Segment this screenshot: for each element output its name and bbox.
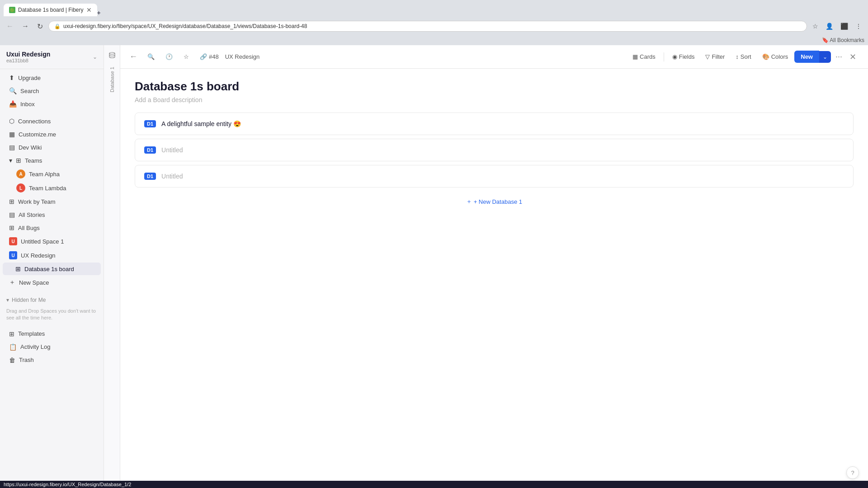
help-button[interactable]: ?: [846, 466, 859, 479]
back-button[interactable]: ←: [129, 52, 137, 61]
cards-button[interactable]: ▦ Cards: [628, 51, 660, 62]
board-row-title: A delightful sample entity 😍: [161, 120, 241, 127]
sidebar-item-teams[interactable]: ▾ ⊞ Teams: [3, 154, 101, 167]
board-badge: D1: [144, 120, 156, 127]
bookmark-star-button[interactable]: ☆: [810, 21, 821, 32]
breadcrumb: UX Redesign: [225, 53, 260, 60]
search-label: Search: [20, 88, 39, 94]
search-toolbar-icon: 🔍: [147, 53, 155, 60]
sidebar-item-inbox[interactable]: 📥 Inbox: [3, 98, 101, 110]
forward-button[interactable]: →: [19, 20, 32, 32]
content-area: ← 🔍 🕐 ☆ 🔗 #48 UX: [120, 45, 868, 481]
breadcrumb-space[interactable]: UX Redesign: [225, 53, 260, 60]
page-description[interactable]: Add a Board description: [135, 96, 854, 103]
team-lambda-avatar: L: [16, 183, 25, 192]
sidebar-item-connections[interactable]: ⬡ Connections: [3, 115, 101, 127]
sidebar-item-all-bugs[interactable]: ⊞ All Bugs: [3, 221, 101, 234]
board-row[interactable]: D1 Untitled: [135, 165, 854, 188]
sidebar-item-upgrade[interactable]: ⬆ Upgrade: [3, 71, 101, 84]
ux-redesign-icon: U: [9, 251, 17, 259]
active-tab[interactable]: 🟢 Database 1s board | Fibery ✕: [4, 4, 97, 16]
work-by-team-icon: ⊞: [9, 198, 14, 205]
filter-icon: ▽: [705, 53, 710, 60]
vertical-panel-db-icon[interactable]: [106, 49, 118, 61]
toolbar-right-actions: ▦ Cards ◉ Fields ▽ Filter ↕ Sort: [628, 51, 859, 63]
sidebar-item-search[interactable]: 🔍 Search: [3, 84, 101, 97]
add-new-button[interactable]: ＋ + New Database 1: [135, 191, 854, 212]
colors-label: Colors: [771, 53, 788, 60]
page-title: Database 1s board: [135, 80, 854, 94]
board-rows-container: D1 A delightful sample entity 😍 D1 Untit…: [135, 113, 854, 188]
templates-label: Templates: [18, 330, 45, 337]
sidebar-spaces: ⬡ Connections ▦ Customize.me ▤ Dev Wiki …: [0, 113, 104, 291]
main-area: Database 1 ← 🔍 🕐 ☆ 🔗: [104, 45, 868, 481]
bookmark-icon: 🔖: [822, 37, 829, 43]
sidebar-item-activity-log[interactable]: 📋 Activity Log: [3, 341, 101, 353]
fields-button[interactable]: ◉ Fields: [668, 51, 699, 62]
more-options-button[interactable]: ···: [833, 52, 845, 61]
filter-button[interactable]: ▽ Filter: [701, 51, 729, 62]
id-label: #48: [209, 53, 219, 60]
sort-button[interactable]: ↕ Sort: [731, 51, 755, 62]
untitled-space-label: Untitled Space 1: [21, 238, 64, 245]
new-button[interactable]: New: [794, 51, 819, 63]
cards-label: Cards: [640, 53, 656, 60]
history-button[interactable]: 🕐: [161, 51, 177, 62]
svg-point-0: [109, 52, 115, 54]
hidden-section-header[interactable]: ▾ Hidden for Me: [6, 297, 97, 303]
back-button[interactable]: ←: [4, 20, 16, 32]
address-bar[interactable]: 🔒 uxui-redesign.fibery.io/fibery/space/U…: [48, 21, 807, 32]
connections-icon: ⬡: [9, 117, 14, 125]
colors-button[interactable]: 🎨 Colors: [758, 51, 793, 62]
link-button[interactable]: 🔗 #48: [195, 51, 223, 62]
sidebar-item-team-lambda[interactable]: L Team Lambda: [3, 181, 101, 195]
close-button[interactable]: ✕: [847, 52, 859, 62]
sidebar-item-customize[interactable]: ▦ Customize.me: [3, 128, 101, 141]
team-alpha-avatar: A: [16, 169, 25, 178]
all-stories-icon: ▤: [9, 211, 15, 218]
board-row[interactable]: D1 Untitled: [135, 139, 854, 161]
sidebar-item-team-alpha[interactable]: A Team Alpha: [3, 167, 101, 181]
toolbar-left-actions: 🔍 🕐 ☆ 🔗 #48 UX Redesign: [143, 51, 259, 62]
sort-label: Sort: [741, 53, 751, 60]
tab-close-button[interactable]: ✕: [86, 6, 92, 14]
new-space-icon: ＋: [9, 278, 15, 286]
sidebar-item-all-stories[interactable]: ▤ All Stories: [3, 208, 101, 221]
nav-actions: ☆ 👤 ⬛ ⋮: [810, 21, 864, 32]
fields-icon: ◉: [672, 53, 677, 60]
reload-button[interactable]: ↻: [34, 20, 46, 33]
devwiki-icon: ▤: [9, 144, 15, 151]
page-title-area: Database 1s board Add a Board descriptio…: [135, 80, 854, 103]
all-bugs-icon: ⊞: [9, 224, 14, 231]
work-by-team-label: Work by Team: [18, 198, 56, 205]
workspace-chevron-icon[interactable]: ⌄: [93, 54, 97, 60]
new-chevron-button[interactable]: ⌄: [819, 51, 831, 63]
toolbar: ← 🔍 🕐 ☆ 🔗 #48 UX: [120, 45, 868, 69]
new-tab-button[interactable]: +: [97, 9, 101, 16]
extensions-button[interactable]: ⬛: [838, 21, 851, 32]
sidebar-item-ux-redesign[interactable]: U UX Redesign: [3, 249, 101, 262]
board-row-title: Untitled: [161, 173, 183, 180]
filter-label: Filter: [712, 53, 725, 60]
star-button[interactable]: ☆: [179, 51, 193, 62]
browser-menu-button[interactable]: ⋮: [853, 21, 864, 32]
sidebar-item-devwiki[interactable]: ▤ Dev Wiki: [3, 141, 101, 154]
sidebar-item-work-by-team[interactable]: ⊞ Work by Team: [3, 195, 101, 208]
sidebar-item-untitled-space[interactable]: U Untitled Space 1: [3, 235, 101, 248]
vertical-panel: Database 1: [104, 45, 120, 481]
activity-log-label: Activity Log: [20, 343, 50, 350]
sidebar-item-new-space[interactable]: ＋ New Space: [3, 276, 101, 289]
status-url: https://uxui-redesign.fibery.io/UX_Redes…: [4, 482, 131, 487]
board-badge: D1: [144, 173, 156, 180]
profile-button[interactable]: 👤: [823, 21, 836, 32]
upgrade-icon: ⬆: [9, 74, 14, 81]
page-content: Database 1s board Add a Board descriptio…: [120, 69, 868, 481]
workspace-info: Uxui Redesign ea131bb8: [6, 51, 50, 63]
sidebar-item-templates[interactable]: ⊞ Templates: [3, 328, 101, 340]
sidebar-item-trash[interactable]: 🗑 Trash: [3, 354, 101, 366]
search-button[interactable]: 🔍: [143, 51, 159, 62]
sidebar-item-database-board[interactable]: ⊞ Database 1s board: [3, 263, 101, 275]
fields-label: Fields: [679, 53, 695, 60]
board-row[interactable]: D1 A delightful sample entity 😍: [135, 113, 854, 135]
inbox-icon: 📥: [9, 100, 17, 108]
